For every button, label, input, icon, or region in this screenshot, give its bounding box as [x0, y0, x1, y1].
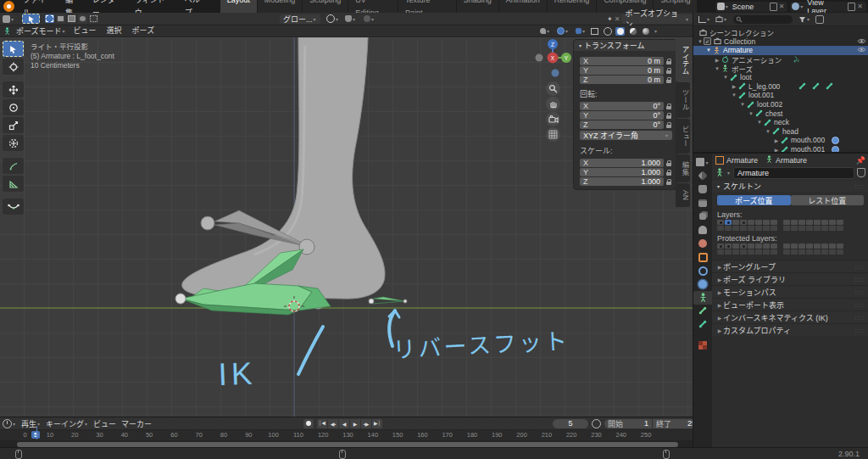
rest-position-button[interactable]: レスト位置: [791, 195, 865, 205]
fake-user-shield-icon[interactable]: [857, 168, 865, 177]
panel-inverse-kinematics[interactable]: ▶インバースキネマティクス (IK)::::: [712, 311, 868, 323]
outliner-item-head[interactable]: ▼ head: [693, 127, 868, 137]
ptab-object-data-armature[interactable]: [693, 291, 712, 305]
mode-dropdown[interactable]: ポーズモード▾: [14, 26, 69, 36]
outliner-item-loot[interactable]: ▼ loot: [693, 73, 868, 82]
breadcrumb-data[interactable]: Armature: [776, 156, 807, 165]
copy-scene-icon[interactable]: [770, 3, 777, 11]
pivot-point-dropdown[interactable]: ▾: [324, 14, 342, 24]
timeline-editor-type-dropdown[interactable]: ▾: [0, 419, 19, 428]
outliner-item-collection[interactable]: ▼ ✓ Collection: [693, 37, 868, 47]
ptab-scene[interactable]: [693, 223, 712, 237]
ptab-output[interactable]: [693, 196, 712, 210]
outliner-item-mouth-000[interactable]: ▶ mouth.000: [693, 136, 868, 145]
lock-icon[interactable]: [666, 122, 672, 128]
ptab-tool[interactable]: [693, 169, 712, 182]
ptab-bone-constraint[interactable]: [693, 318, 712, 332]
ptab-texture[interactable]: [693, 339, 712, 352]
outliner-filter-dropdown[interactable]: ▾: [713, 14, 730, 24]
panel-bone-groups[interactable]: ▶ボーングループ::::: [712, 260, 868, 272]
gizmo-z-label[interactable]: Z: [551, 42, 554, 48]
editor-type-dropdown[interactable]: ▾: [0, 14, 17, 24]
ptab-constraints[interactable]: [693, 264, 712, 277]
armature-name-field[interactable]: Armature: [733, 167, 854, 179]
ptab-render[interactable]: [693, 182, 712, 196]
lock-icon[interactable]: [666, 68, 672, 74]
lock-icon[interactable]: [666, 160, 672, 166]
ptab-physics[interactable]: [693, 277, 712, 291]
active-tool-tweak[interactable]: [22, 14, 40, 24]
outliner-item-loot-002[interactable]: ▼ loot.002: [693, 100, 868, 109]
properties-editor-type-dropdown[interactable]: ▾: [693, 155, 712, 169]
ik-controller-heel-sphere[interactable]: [175, 294, 186, 304]
camera-view-button[interactable]: [546, 112, 560, 126]
gizmo-x-label[interactable]: X: [551, 55, 555, 61]
scene-selector[interactable]: ▾ Scene ✕: [715, 2, 788, 12]
shading-solid-button[interactable]: [615, 27, 625, 36]
knee-bone-tail-sphere[interactable]: [201, 216, 214, 230]
outliner-item-pose[interactable]: ▼ ポーズ: [693, 64, 868, 73]
lock-icon[interactable]: [666, 179, 672, 185]
filter-funnel-dropdown[interactable]: ▾: [796, 14, 813, 24]
pin-icon[interactable]: 📌: [856, 156, 865, 165]
select-mode-1[interactable]: [45, 14, 54, 23]
location-x-field[interactable]: X0 m: [580, 57, 664, 65]
tool-cursor[interactable]: [3, 59, 24, 75]
select-mode-3[interactable]: [67, 14, 76, 23]
shading-rendered-button[interactable]: [641, 27, 650, 36]
snapping-dropdown[interactable]: ▾: [342, 14, 359, 24]
select-mode-2[interactable]: [56, 14, 65, 23]
tool-annotate[interactable]: [3, 158, 24, 174]
play-reverse-button[interactable]: ◀: [339, 419, 349, 428]
orthographic-toggle-button[interactable]: [546, 127, 560, 142]
scale-z-field[interactable]: Z1.000: [580, 177, 664, 186]
outliner-item-animation[interactable]: ▶ アニメーション ⤸₂: [693, 55, 868, 64]
prev-keyframe-button[interactable]: ◀•: [328, 419, 338, 428]
menu-pose[interactable]: ポーズ: [127, 25, 160, 36]
protected-layers-grid[interactable]: [712, 243, 868, 255]
play-button[interactable]: ▶: [350, 419, 360, 428]
outliner-options-icon[interactable]: [813, 14, 826, 24]
snap-toggle-icon[interactable]: ✦: [607, 15, 613, 23]
lock-icon[interactable]: [666, 113, 672, 119]
ntab-edit[interactable]: 編集: [676, 154, 690, 182]
tool-select-tweak[interactable]: [3, 41, 24, 57]
view-layer-selector[interactable]: ▾ View Layer ✕: [790, 2, 866, 12]
auto-keyframe-icon[interactable]: [592, 419, 601, 428]
shading-dropdown[interactable]: ▾: [654, 28, 658, 34]
eye-icon[interactable]: [857, 46, 866, 54]
timeline-scrollbar-handle[interactable]: [17, 442, 678, 447]
ptab-bone[interactable]: [693, 305, 712, 318]
ptab-world[interactable]: [693, 237, 712, 250]
keying-menu[interactable]: キーイング▾: [43, 419, 91, 428]
rotation-z-field[interactable]: Z0°: [580, 120, 664, 129]
xray-toggle[interactable]: [590, 27, 599, 36]
select-mode-5[interactable]: [89, 14, 98, 23]
lock-icon[interactable]: [666, 59, 672, 64]
gizmo-dropdown[interactable]: ▾: [537, 26, 553, 36]
location-z-field[interactable]: Z0 m: [580, 76, 664, 84]
remove-view-layer-icon[interactable]: ✕: [855, 3, 865, 10]
rotation-x-field[interactable]: X0°: [580, 102, 664, 110]
ntab-view[interactable]: ビュー: [676, 119, 690, 154]
marker-menu[interactable]: マーカー: [119, 419, 154, 428]
playback-menu[interactable]: 再生▾: [19, 419, 43, 428]
breadcrumb-object[interactable]: Armature: [726, 156, 758, 165]
tool-measure[interactable]: [3, 176, 24, 192]
pose-position-button[interactable]: ポーズ位置: [717, 195, 791, 205]
timeline-ruler[interactable]: 0102030405060708090100110120130140150160…: [0, 430, 693, 439]
shading-material-button[interactable]: [628, 27, 637, 36]
panel-custom-properties[interactable]: ▶カスタムプロパティ::::: [712, 323, 868, 336]
tool-scale[interactable]: [3, 117, 24, 133]
unlink-scene-icon[interactable]: ✕: [777, 3, 787, 10]
menu-view[interactable]: ビュー: [69, 25, 102, 36]
outliner-item-neck[interactable]: ▼ neck: [693, 118, 868, 127]
reverse-foot-bone[interactable]: [369, 297, 407, 304]
record-button[interactable]: [303, 419, 314, 428]
outliner-search-input[interactable]: [733, 15, 793, 24]
outliner-item-l-leg-000[interactable]: ▶ L_leg.000: [693, 82, 868, 92]
timeline-view-menu[interactable]: ビュー: [91, 419, 119, 428]
rotation-mode-dropdown[interactable]: XYZ オイラー角▾: [580, 131, 672, 140]
scale-x-field[interactable]: X1.000: [580, 159, 664, 167]
ptab-view-layer[interactable]: [693, 210, 712, 223]
